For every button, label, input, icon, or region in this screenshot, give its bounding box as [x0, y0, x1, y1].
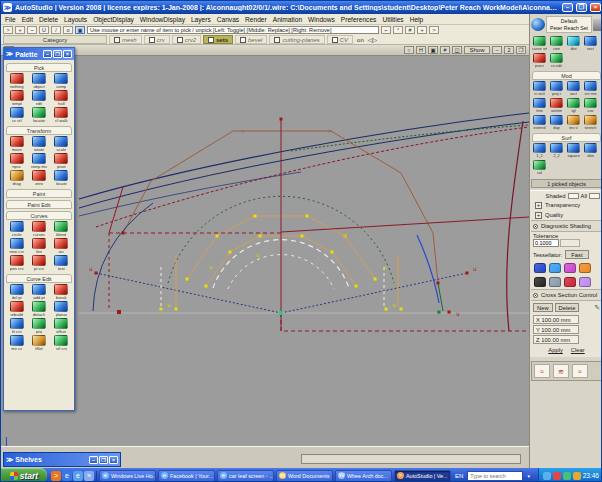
mod-cuv[interactable]: cuv [583, 98, 598, 113]
palette-section-curves[interactable]: Curves [6, 211, 72, 220]
palette-tool-pen-crv[interactable]: pen crv [6, 255, 27, 271]
shelf-tab-sets[interactable]: sets [203, 35, 233, 44]
category-button[interactable]: Category [3, 35, 107, 44]
cv-marker[interactable] [205, 285, 208, 288]
surf-skin[interactable]: skin [583, 143, 598, 158]
menu-layouts[interactable]: Layouts [64, 16, 87, 23]
palette-title-bar[interactable]: ≫ Palette –❐× [4, 48, 74, 60]
tab-checkbox-icon[interactable] [332, 37, 338, 43]
maximize-button[interactable]: ❐ [576, 3, 587, 12]
menu-preferences[interactable]: Preferences [341, 16, 377, 23]
menu-render[interactable]: Render [245, 16, 267, 23]
tray-icon[interactable] [563, 472, 571, 480]
diag-shading-swatch[interactable] [549, 263, 561, 273]
menu-utilities[interactable]: Utilities [382, 16, 403, 23]
palette-tool-curves[interactable]: curves [28, 221, 49, 237]
mod-srv-trm[interactable]: srv trm [583, 81, 598, 96]
tab-checkbox-icon[interactable] [114, 37, 120, 43]
palette-section-paint-edit[interactable]: Paint Edit [6, 200, 72, 209]
palette-tool-pivot[interactable]: pivot [51, 153, 72, 169]
bracket-icon[interactable]: ⌐ [381, 26, 391, 34]
tray-icon[interactable] [543, 472, 551, 480]
cv-marker[interactable] [438, 311, 441, 314]
palette-tool-detach[interactable]: detach [28, 301, 49, 317]
shelves-maximize-button[interactable]: ❐ [99, 456, 108, 464]
diagnostic-shading-header[interactable]: Diagnostic Shading [531, 220, 602, 232]
palette-tool-proj[interactable]: proj [28, 318, 49, 334]
menu-windowdisplay[interactable]: WindowDisplay [140, 16, 185, 23]
palette-tool-srf-crv[interactable]: srf crv [51, 335, 72, 351]
pick-arrow-icon[interactable]: > [3, 26, 13, 34]
diag-shading-swatch[interactable] [534, 277, 546, 287]
expand-toolbar-icon[interactable]: > [429, 26, 439, 34]
palette-section-paint[interactable]: Paint [6, 189, 72, 198]
expand-icon[interactable]: + [535, 202, 542, 209]
snap-point-icon[interactable]: ° [393, 26, 403, 34]
cv-marker[interactable] [175, 308, 178, 311]
cv-marker[interactable] [306, 215, 309, 218]
palette-tool-object[interactable]: object [28, 73, 49, 89]
palette-tool-zero[interactable]: zero [28, 170, 49, 186]
shelf-set-selector[interactable]: Default Peter Reach Set [546, 16, 592, 33]
title-bar[interactable]: ≫ AutoStudio | Version 2008 | license ex… [1, 1, 602, 14]
shelf-curve-srf[interactable]: curve srf [532, 36, 547, 51]
palette-tool-fit-crv[interactable]: fit crv [6, 318, 27, 334]
view-split-icon[interactable]: ◫ [452, 46, 462, 54]
shelf-cv-edit[interactable]: cv edit [549, 53, 564, 68]
palette-tool-npsc[interactable]: npsc [6, 153, 27, 169]
diag-shading-swatch[interactable] [579, 263, 591, 273]
palette-tool-hull[interactable]: hull [51, 90, 72, 106]
cv-marker[interactable] [355, 285, 358, 288]
palette-tool-circle[interactable]: circle [6, 221, 27, 237]
palette-tool-rebuild[interactable]: rebuild [6, 301, 27, 317]
surf-square[interactable]: square [566, 143, 581, 158]
diag-shading-swatch[interactable] [549, 277, 561, 287]
palette-tool-scale[interactable]: scale [51, 136, 72, 152]
menu-edit[interactable]: Edit [22, 16, 33, 23]
view-minimize-icon[interactable]: – [492, 46, 502, 54]
curve-tool-icon[interactable]: ~ [27, 26, 37, 34]
cv-marker[interactable] [122, 232, 125, 235]
shelf-tab-crv2[interactable]: crv2 [172, 35, 201, 44]
palette-tool-cl-walk[interactable]: cl walk [51, 107, 72, 123]
shelf-tab-cutting-planes[interactable]: cutting-planes [269, 35, 324, 44]
modeling-viewport[interactable]: # 1:20 ○H▣#◫ Show –2❐ [1, 45, 529, 446]
show-menu-button[interactable]: Show [464, 46, 490, 54]
surf-rail[interactable]: rail [532, 160, 547, 175]
radio-icon[interactable] [533, 224, 538, 229]
shelves-window-titlebar[interactable]: ≫ Shelves –❐× [3, 452, 121, 467]
diag-shading-swatch[interactable] [579, 277, 591, 287]
palette-maximize-button[interactable]: ❐ [53, 50, 62, 58]
surf-1_2[interactable]: 1_2 [532, 143, 547, 158]
palette-tool-move[interactable]: move [6, 136, 27, 152]
tolerance-field-2[interactable] [560, 239, 580, 247]
palette-section-transform[interactable]: Transform [6, 126, 72, 135]
menu-layers[interactable]: Layers [191, 16, 211, 23]
cv-marker[interactable] [466, 272, 469, 275]
palette-tool-cv-srf[interactable]: cv srf [6, 107, 27, 123]
mod-extend[interactable]: extend [532, 115, 547, 130]
palette-tool-drag[interactable]: drag [6, 170, 27, 186]
language-indicator[interactable]: EN [453, 473, 465, 479]
palette-section-curve-edit[interactable]: Curve Edit [6, 274, 72, 283]
tab-checkbox-icon[interactable] [208, 37, 214, 43]
coordinate-field[interactable]: Z 100.00 mm [533, 335, 579, 344]
stamp-icon[interactable]: ≋ [553, 364, 569, 378]
close-button[interactable]: × [590, 3, 601, 12]
alias-quicklaunch-icon[interactable]: > [51, 471, 61, 481]
mod-untrim[interactable]: untrim [549, 98, 564, 113]
cv-marker[interactable] [229, 251, 232, 254]
shelf-tab-mesh[interactable]: mesh [109, 35, 142, 44]
trash-icon[interactable] [593, 19, 602, 31]
cv-marker[interactable] [400, 308, 403, 311]
move-tool-icon[interactable]: + [15, 26, 25, 34]
cv-marker[interactable] [186, 278, 189, 281]
shelves-minimize-button[interactable]: – [89, 456, 98, 464]
cv-marker[interactable] [331, 251, 334, 254]
tray-icon[interactable] [553, 472, 561, 480]
menu-animation[interactable]: Animation [273, 16, 302, 23]
view-camera-icon[interactable]: ○ [404, 46, 414, 54]
link-tool-icon[interactable]: o [63, 26, 73, 34]
palette-tool-edit[interactable]: edit [28, 90, 49, 106]
taskbar-task[interactable]: eWindows Live Ho... [99, 470, 156, 482]
